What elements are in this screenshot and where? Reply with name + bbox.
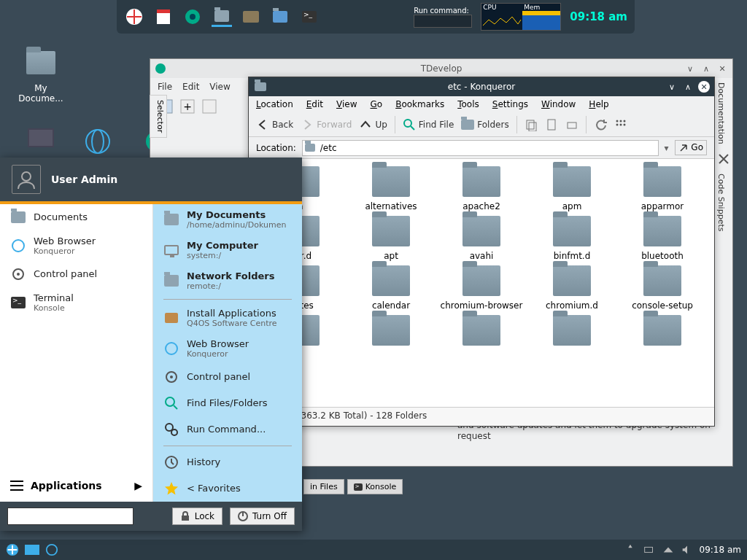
konq-menu-tools[interactable]: Tools	[457, 99, 479, 109]
tdev-selector-tab[interactable]: Selector	[150, 95, 167, 138]
task-downloads[interactable]	[270, 7, 290, 27]
folder-item[interactable]	[437, 315, 526, 350]
start-menu-search[interactable]	[7, 508, 133, 525]
sm-control-panel-r[interactable]: Control panel	[153, 364, 302, 390]
folder-item[interactable]	[618, 315, 707, 350]
konq-file-view[interactable]: aalternativesapache2apmapparmornor.dapta…	[249, 159, 714, 407]
folders-button[interactable]: Folders	[461, 120, 508, 130]
run-command-input[interactable]	[414, 15, 472, 28]
top-clock: 09:18 am	[570, 10, 627, 23]
tdev-tab-infiles[interactable]: in Files	[303, 479, 344, 494]
task-briefcase[interactable]	[241, 7, 261, 27]
scissors-icon	[716, 152, 731, 166]
tray-network-icon[interactable]	[662, 543, 675, 556]
tdev-tb-icon[interactable]: +	[179, 98, 196, 114]
folder-item[interactable]: chromium.d	[527, 265, 616, 311]
konq-menu-location[interactable]: Location	[256, 99, 293, 109]
user-avatar[interactable]	[12, 165, 41, 194]
launcher-icon-1[interactable]	[124, 7, 144, 27]
tdev-tab-snippets[interactable]: Code Snippets	[715, 169, 727, 236]
folder-item[interactable]: console-setup	[618, 265, 707, 311]
sm-documents[interactable]: Documents	[0, 204, 152, 230]
konq-max-button[interactable]: ∧	[682, 81, 694, 93]
tdevelop-titlebar[interactable]: TDevelop ∨ ∧ ✕	[150, 59, 732, 78]
sm-run-command[interactable]: Run Command...	[153, 416, 302, 443]
turnoff-button[interactable]: Turn Off	[230, 508, 295, 525]
folder-item[interactable]	[347, 315, 436, 350]
folder-item[interactable]: apt	[347, 216, 436, 261]
konq-min-button[interactable]: ∨	[666, 81, 678, 93]
find-file-button[interactable]: Find File	[403, 118, 454, 131]
folder-item[interactable]: apm	[527, 166, 616, 211]
sm-favorites[interactable]: < Favorites	[153, 475, 302, 502]
konq-close-button[interactable]: ✕	[698, 81, 710, 93]
task-terminal[interactable]: >_	[299, 7, 320, 27]
sm-terminal[interactable]: >_ TerminalKonsole	[0, 287, 152, 318]
sm-control-panel[interactable]: Control panel	[0, 261, 152, 287]
launcher-icon-2[interactable]	[153, 7, 174, 27]
folder-item[interactable]: chromium-browser	[437, 265, 526, 311]
lock-button[interactable]: Lock	[172, 508, 222, 525]
tdev-tb-icon[interactable]	[201, 98, 217, 114]
location-dropdown[interactable]: ▾	[665, 143, 669, 153]
show-desktop[interactable]	[25, 545, 39, 555]
sm-web-browser-r[interactable]: Web BrowserKonqueror	[153, 333, 302, 364]
tdev-max-button[interactable]: ∧	[700, 63, 712, 74]
back-button[interactable]: Back	[256, 118, 293, 131]
task-folder[interactable]	[212, 7, 232, 27]
sm-applications[interactable]: Applications ▶	[0, 470, 152, 502]
sm-network-folders[interactable]: Network Foldersremote:/	[153, 265, 302, 296]
go-button[interactable]: Go	[675, 140, 707, 155]
launcher-icon-3[interactable]	[182, 7, 203, 27]
folder-item[interactable]: alternatives	[347, 166, 436, 211]
tdev-menu-edit[interactable]: Edit	[182, 82, 199, 92]
tdev-tab-documentation[interactable]: Documentation	[715, 78, 727, 149]
system-graph[interactable]: CPU Mem	[481, 3, 561, 31]
desktop-icon-my-documents[interactable]: My Docume...	[12, 51, 70, 104]
start-menu-left: Documents Web BrowserKonqueror Control p…	[0, 204, 153, 502]
tray-battery-icon[interactable]	[643, 543, 656, 556]
folder-item[interactable]: calendar	[347, 265, 436, 311]
sm-history[interactable]: History	[153, 449, 302, 475]
sm-my-documents[interactable]: My Documents/home/adminu/Dokumen	[153, 204, 302, 235]
konq-menu-view[interactable]: View	[336, 99, 357, 109]
folder-item[interactable]	[527, 315, 616, 350]
undo-icon[interactable]	[594, 118, 607, 131]
view-grid-icon[interactable]	[614, 118, 627, 131]
folder-item[interactable]: apache2	[437, 166, 526, 211]
konq-menu-go[interactable]: Go	[371, 99, 383, 109]
tdev-menu-file[interactable]: File	[158, 82, 172, 92]
sm-my-computer[interactable]: My Computersystem:/	[153, 235, 302, 265]
svg-rect-2	[157, 9, 170, 13]
folder-item[interactable]: bluetooth	[618, 216, 707, 261]
print-icon[interactable]	[565, 118, 578, 131]
folder-item[interactable]: binfmt.d	[527, 216, 616, 261]
clock-icon	[164, 455, 179, 470]
konq-menu-help[interactable]: Help	[589, 99, 608, 109]
desktop-icon-monitor[interactable]	[12, 128, 70, 160]
konq-menu-window[interactable]: Window	[541, 99, 576, 109]
paste-icon[interactable]	[545, 118, 558, 131]
konq-menu-settings[interactable]: Settings	[492, 99, 528, 109]
tdev-min-button[interactable]: ∨	[684, 63, 696, 74]
konq-menu-bookmarks[interactable]: Bookmarks	[395, 99, 444, 109]
folder-item[interactable]: apparmor	[618, 166, 707, 211]
location-input[interactable]	[302, 140, 659, 156]
start-button[interactable]	[6, 543, 19, 556]
taskbar-globe-icon[interactable]	[45, 543, 58, 556]
konq-menu-edit[interactable]: Edit	[306, 99, 323, 109]
konq-titlebar[interactable]: etc - Konqueror ∨ ∧ ✕	[249, 77, 714, 96]
sm-install-apps[interactable]: Install ApplicationsQ4OS Software Centre	[153, 303, 302, 333]
desktop-icon-globe[interactable]	[70, 128, 128, 160]
forward-button[interactable]: Forward	[301, 118, 352, 131]
tdev-menu-view[interactable]: View	[209, 82, 230, 92]
tray-update-icon[interactable]	[624, 543, 637, 556]
up-button[interactable]: Up	[359, 118, 387, 131]
copy-icon[interactable]	[525, 118, 538, 131]
tray-volume-icon[interactable]	[681, 543, 694, 556]
tdev-close-button[interactable]: ✕	[716, 63, 728, 74]
sm-web-browser[interactable]: Web BrowserKonqueror	[0, 230, 152, 261]
folder-item[interactable]: avahi	[437, 216, 526, 261]
tdev-tab-konsole[interactable]: >Konsole	[347, 479, 403, 494]
sm-find-files[interactable]: Find Files/Folders	[153, 390, 302, 416]
